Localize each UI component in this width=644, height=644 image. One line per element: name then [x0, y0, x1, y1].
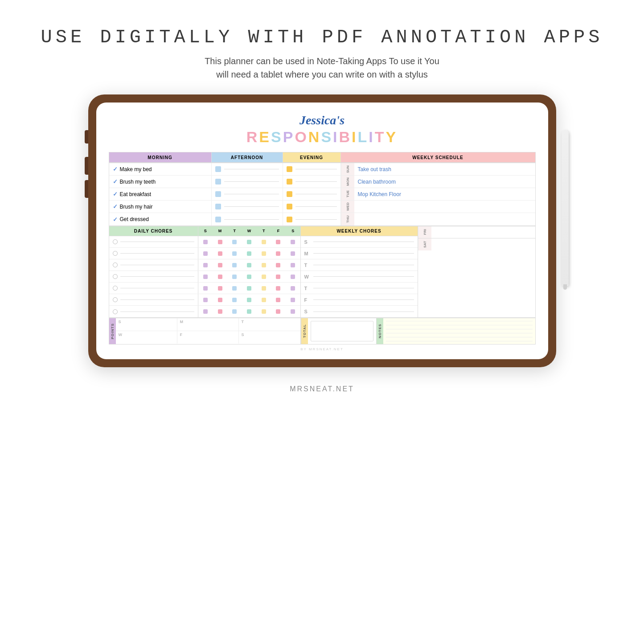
weekly-day-row-mon: MON Clean bathroom	[341, 176, 535, 188]
weekly-chore-s2: S	[301, 306, 418, 317]
day-header-s1: S	[198, 226, 213, 235]
days-of-week-header-bg: S M T W T F S	[198, 226, 300, 236]
stylus	[562, 130, 569, 286]
tablet-device: Jessica's RESPONSIBILITY MORNING AFTERNO…	[88, 94, 556, 367]
weekly-chore-m: M	[301, 248, 418, 259]
notes-section: NOTES	[377, 318, 535, 344]
weekly-chore-f: F	[301, 294, 418, 306]
weekly-chore-rows: S M T W	[301, 236, 418, 317]
chore-row-6	[109, 294, 300, 306]
evening-item-2	[283, 176, 341, 188]
weekly-chores-col: WEEKLY CHORES S M T	[301, 226, 418, 317]
afternoon-item-3	[212, 188, 283, 200]
afternoon-item-5	[212, 213, 283, 226]
evening-item-4	[283, 201, 341, 213]
points-cell-s2: S	[239, 331, 300, 344]
morning-item-5: ✓ Get dressed	[109, 213, 212, 226]
day-task-sun: Take out trash	[354, 163, 535, 175]
weekly-schedule-bottom: FRI SAT	[418, 226, 535, 317]
daily-chores-header: DAILY CHORES	[109, 226, 198, 236]
day-label-sun: SUN	[341, 163, 354, 175]
evening-header: EVENING	[283, 152, 341, 163]
daily-chores-col: DAILY CHORES S M T W T F S	[109, 226, 301, 317]
weekly-schedule-fill	[418, 250, 535, 310]
planner-content: Jessica's RESPONSIBILITY MORNING AFTERNO…	[96, 103, 548, 359]
total-box	[308, 318, 376, 344]
weekly-day-row-wed: WED	[341, 201, 535, 213]
points-section: POINTS S M T W F S	[109, 318, 301, 344]
chore-row-4	[109, 271, 300, 283]
day-task-fri	[431, 226, 535, 238]
points-label: POINTS	[109, 318, 116, 344]
day-label-mon: MON	[341, 176, 354, 188]
header-subtitle: This planner can be used in Note-Taking …	[41, 54, 603, 81]
weekly-chore-t2: T	[301, 283, 418, 294]
tablet-screen: Jessica's RESPONSIBILITY MORNING AFTERNO…	[96, 103, 548, 359]
day-label-tue: TUE	[341, 188, 354, 200]
afternoon-item-4	[212, 201, 283, 213]
attribution: BY MRSNEAT.NET	[109, 347, 536, 351]
day-header-t1: T	[227, 226, 242, 235]
planner-main-table: MORNING AFTERNOON EVENING WEEKLY SCHEDUL…	[109, 152, 536, 345]
footer-text: MRSNEAT.NET	[290, 385, 354, 393]
chore-rows	[109, 236, 300, 317]
day-task-wed	[354, 201, 535, 213]
points-cell-m: M	[177, 318, 239, 331]
day-header-m: M	[213, 226, 227, 235]
day-task-sat	[431, 238, 535, 250]
day-header-w: W	[242, 226, 257, 235]
weekly-chore-s: S	[301, 236, 418, 248]
weekly-chores-header: WEEKLY CHORES	[301, 226, 418, 236]
points-cell-t: T	[239, 318, 300, 331]
day-task-mon: Clean bathroom	[354, 176, 535, 188]
weekly-chore-w: W	[301, 271, 418, 283]
weekly-chore-t1: T	[301, 259, 418, 271]
morning-item-2: ✓ Brush my teeth	[109, 176, 212, 188]
chore-row-3	[109, 259, 300, 271]
weekly-day-row-thu: THU	[341, 213, 535, 226]
tablet-button-vol-up	[85, 157, 88, 175]
afternoon-header: AFTERNOON	[212, 152, 283, 163]
notes-label: NOTES	[377, 318, 383, 344]
header-section: USE DIGITALLY WITH PDF ANNOTATION APPS T…	[41, 27, 603, 81]
morning-item-4: ✓ Brush my hair	[109, 201, 212, 213]
day-header-s2: S	[286, 226, 300, 235]
planner-title-responsibility: RESPONSIBILITY	[109, 128, 536, 146]
afternoon-item-1	[212, 163, 283, 175]
content-row-4: ✓ Brush my hair WED	[109, 201, 535, 213]
chores-section: DAILY CHORES S M T W T F S	[109, 226, 535, 317]
evening-item-5	[283, 213, 341, 226]
content-row-1: ✓ Make my bed SUN Take out trash	[109, 163, 535, 176]
chore-row-7	[109, 306, 300, 317]
content-row-2: ✓ Brush my teeth MON Clean bathroom	[109, 176, 535, 188]
weekly-day-row-sun: SUN Take out trash	[341, 163, 535, 175]
evening-item-3	[283, 188, 341, 200]
points-cell-s: S	[116, 318, 177, 331]
content-row-5: ✓ Get dressed THU	[109, 213, 535, 226]
notes-body	[383, 318, 535, 344]
planner-title-name: Jessica's	[109, 113, 536, 127]
evening-item-1	[283, 163, 341, 175]
afternoon-item-2	[212, 176, 283, 188]
weekly-day-row-tue: TUE Mop Kitchen Floor	[341, 188, 535, 200]
day-label-wed: WED	[341, 201, 354, 213]
bottom-row: POINTS S M T W F S	[109, 317, 535, 344]
day-task-tue: Mop Kitchen Floor	[354, 188, 535, 200]
chore-row-5	[109, 283, 300, 294]
morning-item-3: ✓ Eat breakfast	[109, 188, 212, 200]
day-header-t2: T	[256, 226, 271, 235]
morning-item-1: ✓ Make my bed	[109, 163, 212, 175]
weekly-day-row-sat: SAT	[418, 238, 535, 250]
points-cell-f: F	[177, 331, 239, 344]
total-section: TOTAL	[301, 318, 377, 344]
day-header-f: F	[271, 226, 286, 235]
tablet-button-top	[85, 130, 88, 144]
weekly-day-row-fri: FRI	[418, 226, 535, 238]
weekly-schedule-header: WEEKLY SCHEDULE	[341, 152, 535, 163]
content-row-3: ✓ Eat breakfast TUE Mop Kitchen Floor	[109, 188, 535, 201]
morning-header: MORNING	[109, 152, 212, 163]
chore-row-2	[109, 248, 300, 259]
day-label-thu: THU	[341, 213, 354, 226]
total-label: TOTAL	[301, 318, 308, 344]
day-task-thu	[354, 213, 535, 226]
